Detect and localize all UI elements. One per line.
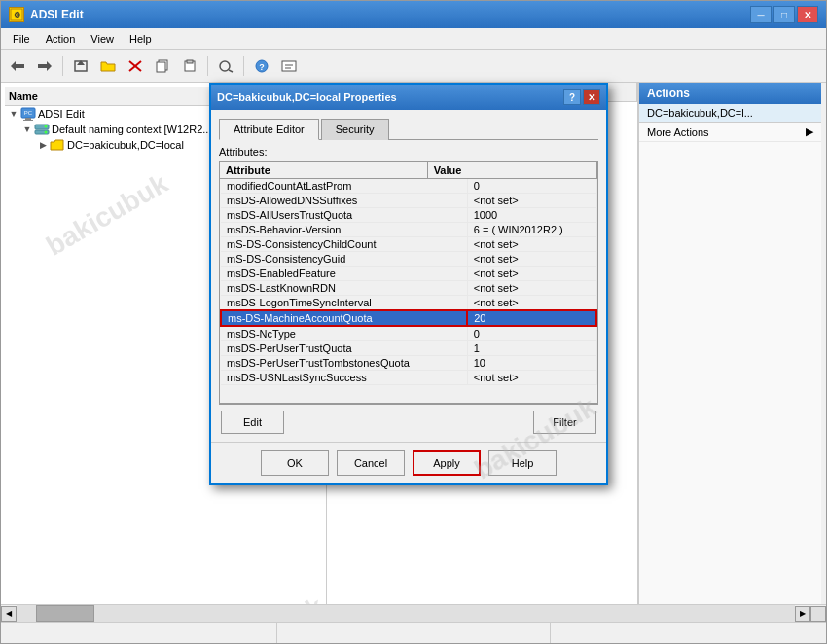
table-row[interactable]: msDS-EnabledFeature <not set>	[221, 267, 596, 281]
value-cell: 1	[467, 341, 596, 356]
attributes-label: Attributes:	[219, 146, 598, 158]
value-cell: <not set>	[467, 237, 596, 252]
attr-cell: msDS-EnabledFeature	[221, 267, 467, 281]
attr-cell: msDS-Behavior-Version	[221, 223, 467, 237]
value-cell: <not set>	[467, 252, 596, 267]
value-cell: <not set>	[467, 371, 596, 385]
attr-cell: msDS-AllUsersTrustQuota	[221, 208, 467, 223]
table-row-selected[interactable]: ms-DS-MachineAccountQuota 20	[221, 310, 596, 326]
dialog-title: DC=bakicubuk,DC=local Properties	[217, 91, 397, 103]
table-row[interactable]: msDS-AllUsersTrustQuota 1000	[221, 208, 596, 223]
attribute-table-body: modifiedCountAtLastProm 0 msDS-AllowedDN…	[220, 179, 597, 385]
value-cell: 0	[467, 179, 596, 194]
table-row[interactable]: mS-DS-ConsistencyGuid <not set>	[221, 252, 596, 267]
attr-cell: msDS-LogonTimeSyncInterval	[221, 296, 467, 311]
hscroll-right[interactable]: ▶	[582, 404, 597, 405]
value-cell: 6 = ( WIN2012R2 )	[467, 223, 596, 237]
attr-cell: msDS-PerUserTrustTombstonesQuota	[221, 356, 467, 371]
tab-security[interactable]: Security	[321, 119, 389, 140]
value-cell: <not set>	[467, 296, 596, 311]
attr-cell: msDS-PerUserTrustQuota	[221, 341, 467, 356]
edit-button[interactable]: Edit	[221, 411, 284, 434]
table-row[interactable]: msDS-LastKnownRDN <not set>	[221, 281, 596, 296]
attr-column-header: Attribute	[220, 162, 427, 179]
attribute-table: Attribute Value	[220, 162, 597, 179]
attr-cell: mS-DS-ConsistencyChildCount	[221, 237, 467, 252]
value-cell: <not set>	[467, 281, 596, 296]
properties-dialog: DC=bakicubuk,DC=local Properties ? ✕ Att…	[209, 83, 608, 485]
dialog-title-bar: DC=bakicubuk,DC=local Properties ? ✕	[211, 85, 606, 110]
table-row[interactable]: msDS-PerUserTrustTombstonesQuota 10	[221, 356, 596, 371]
table-row[interactable]: mS-DS-ConsistencyChildCount <not set>	[221, 237, 596, 252]
table-row[interactable]: msDS-LogonTimeSyncInterval <not set>	[221, 296, 596, 311]
dialog-title-controls: ? ✕	[563, 89, 600, 105]
table-row[interactable]: msDS-NcType 0	[221, 326, 596, 341]
value-column-header: Value	[427, 162, 596, 179]
attr-cell: mS-DS-ConsistencyGuid	[221, 252, 467, 267]
value-cell: <not set>	[467, 194, 596, 208]
tab-attribute-editor[interactable]: Attribute Editor	[219, 119, 319, 140]
table-row[interactable]: msDS-AllowedDNSSuffixes <not set>	[221, 194, 596, 208]
dialog-footer: OK Cancel Apply Help	[211, 442, 606, 483]
tab-bar: Attribute Editor Security	[219, 118, 598, 140]
attr-cell: msDS-AllowedDNSSuffixes	[221, 194, 467, 208]
table-row[interactable]: msDS-USNLastSyncSuccess <not set>	[221, 371, 596, 385]
dialog-help-btn[interactable]: ?	[563, 89, 581, 105]
value-cell-selected: 20	[467, 310, 596, 326]
table-row[interactable]: modifiedCountAtLastProm 0	[221, 179, 596, 194]
cancel-button[interactable]: Cancel	[337, 450, 405, 476]
table-hscroll: ◀ ▶	[220, 403, 597, 405]
attr-cell-selected: ms-DS-MachineAccountQuota	[221, 310, 467, 326]
dialog-content: Attribute Editor Security Attributes: At…	[211, 110, 606, 442]
value-cell: <not set>	[467, 267, 596, 281]
apply-button[interactable]: Apply	[413, 450, 481, 476]
attribute-table-wrapper: Attribute Value modifiedCountAtLastProm …	[219, 161, 598, 405]
value-cell: 10	[467, 356, 596, 371]
edit-filter-row: Edit Filter	[219, 411, 598, 434]
attr-cell: msDS-LastKnownRDN	[221, 281, 467, 296]
hscroll-thumb[interactable]	[265, 404, 342, 405]
hscroll-left[interactable]: ◀	[220, 404, 235, 405]
attr-cell: msDS-USNLastSyncSuccess	[221, 371, 467, 385]
modal-overlay: DC=bakicubuk,DC=local Properties ? ✕ Att…	[0, 0, 827, 644]
hscroll-track[interactable]	[235, 404, 582, 405]
value-cell: 0	[467, 326, 596, 341]
table-scroll-area[interactable]: modifiedCountAtLastProm 0 msDS-AllowedDN…	[220, 179, 597, 403]
table-row[interactable]: msDS-Behavior-Version 6 = ( WIN2012R2 )	[221, 223, 596, 237]
dialog-close-btn[interactable]: ✕	[583, 89, 600, 105]
ok-button[interactable]: OK	[261, 450, 329, 476]
attr-cell: modifiedCountAtLastProm	[221, 179, 467, 194]
attr-cell: msDS-NcType	[221, 326, 467, 341]
filter-button[interactable]: Filter	[533, 411, 596, 434]
value-cell: 1000	[467, 208, 596, 223]
help-dialog-button[interactable]: Help	[488, 450, 557, 476]
table-row[interactable]: msDS-PerUserTrustQuota 1	[221, 341, 596, 356]
